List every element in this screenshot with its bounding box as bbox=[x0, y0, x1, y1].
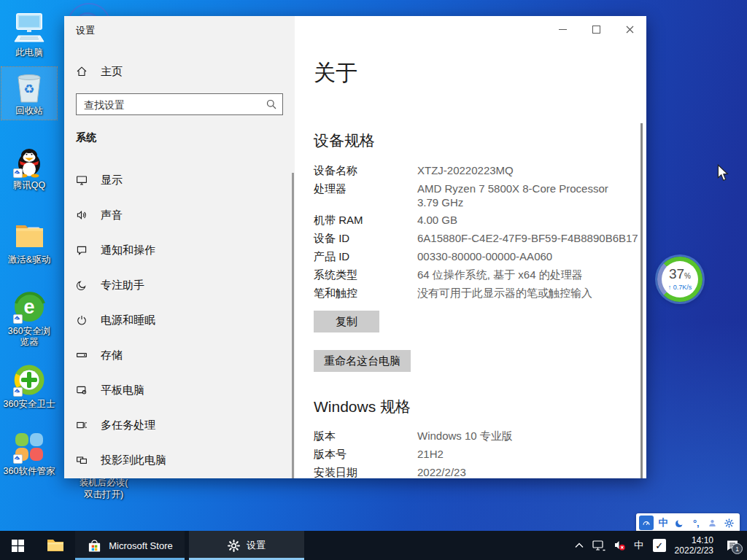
close-button[interactable] bbox=[613, 16, 646, 42]
360-software-manager-icon bbox=[12, 430, 47, 464]
taskbar-button-microsoft-store[interactable]: Microsoft Store bbox=[75, 531, 185, 560]
notification-count-badge: 1 bbox=[732, 543, 743, 554]
shortcut-arrow-icon bbox=[13, 314, 23, 324]
desktop-icon-label: 激活&驱动 bbox=[0, 254, 58, 265]
search-input[interactable] bbox=[82, 95, 260, 115]
window-titlebar bbox=[295, 16, 646, 42]
desktop-icon-label: 回收站 bbox=[1, 106, 57, 117]
sidebar-home-label: 主页 bbox=[101, 65, 123, 79]
spec-value: 没有可用于此显示器的笔或触控输入 bbox=[417, 286, 643, 300]
desktop-icon-label: 360安全浏览器 bbox=[4, 326, 55, 348]
tray-time: 14:10 bbox=[675, 535, 713, 545]
tray-clock-button[interactable]: 14:10 2022/2/23 bbox=[670, 531, 718, 560]
tray-chevron-button[interactable] bbox=[570, 531, 589, 560]
sidebar-item-notifications[interactable]: 通知和操作 bbox=[64, 234, 292, 266]
device-spec-section-title: 设备规格 bbox=[314, 131, 375, 151]
shortcut-arrow-icon bbox=[13, 387, 23, 397]
mouse-cursor bbox=[717, 164, 729, 184]
shortcut-arrow-icon bbox=[13, 454, 23, 464]
sidebar-item-label: 声音 bbox=[101, 209, 123, 222]
power-icon bbox=[76, 314, 88, 326]
settings-search-box[interactable] bbox=[76, 93, 283, 115]
ime-gauge-icon bbox=[641, 518, 651, 528]
desktop-icon-360-browser[interactable]: e 360安全浏览器 bbox=[0, 290, 58, 348]
search-icon[interactable] bbox=[266, 98, 277, 113]
qq-icon bbox=[12, 144, 47, 178]
desktop-icon-label: 360安全卫士 bbox=[0, 399, 58, 410]
spec-value: 21H2 bbox=[417, 447, 643, 461]
desktop-icon-this-pc[interactable]: 此电脑 bbox=[0, 12, 58, 58]
sidebar-item-power-sleep[interactable]: 电源和睡眠 bbox=[64, 304, 292, 336]
sidebar-item-sound[interactable]: 声音 bbox=[64, 199, 292, 231]
notifications-icon bbox=[76, 244, 88, 256]
main-scrollbar[interactable] bbox=[640, 123, 643, 478]
person-icon bbox=[708, 518, 717, 528]
sidebar-item-multitasking[interactable]: 多任务处理 bbox=[64, 409, 292, 441]
desktop-icon-label: 360软件管家 bbox=[0, 466, 58, 477]
tray-360-button[interactable]: ✓ bbox=[649, 531, 670, 560]
spec-value: Windows 10 专业版 bbox=[417, 429, 643, 443]
minimize-button[interactable] bbox=[546, 16, 579, 42]
copy-button[interactable]: 复制 bbox=[314, 311, 379, 332]
check-square-icon: ✓ bbox=[653, 539, 666, 552]
action-center-button[interactable]: 1 bbox=[718, 531, 747, 560]
desktop-icon-activation-driver-folder[interactable]: 激活&驱动 bbox=[0, 219, 58, 265]
spec-value: XTZJ-20220223MQ bbox=[417, 163, 643, 177]
tray-network-button[interactable] bbox=[589, 531, 609, 560]
desktop-icon-tencent-qq[interactable]: 腾讯QQ bbox=[0, 144, 58, 191]
ime-moon-button[interactable] bbox=[673, 516, 687, 530]
spec-value: 00330-80000-00000-AA060 bbox=[417, 249, 643, 263]
svg-text:e: e bbox=[23, 296, 34, 318]
360-speed-ball[interactable]: 37% ↑ 0.7K/s bbox=[657, 257, 703, 302]
spec-value: 4.00 GB bbox=[417, 213, 643, 227]
desktop-icon-readme[interactable]: 装机后必读( 双击打开) bbox=[61, 477, 146, 500]
sidebar-section-system: 系统 bbox=[76, 131, 96, 144]
network-speed: ↑ 0.7K/s bbox=[668, 284, 692, 291]
sidebar-item-display[interactable]: 显示 bbox=[64, 164, 292, 196]
ime-settings-button[interactable] bbox=[722, 516, 737, 530]
tray-date: 2022/2/23 bbox=[675, 545, 713, 556]
rename-pc-button[interactable]: 重命名这台电脑 bbox=[314, 350, 411, 372]
spec-label: 机带 RAM bbox=[314, 213, 363, 227]
spec-label: 处理器 bbox=[314, 182, 347, 195]
tray-volume-button[interactable] bbox=[609, 531, 630, 560]
maximize-button[interactable] bbox=[579, 16, 613, 42]
desktop-icon-recycle-bin[interactable]: ♻ 回收站 bbox=[1, 67, 57, 120]
desktop-icon-360-software-manager[interactable]: 360软件管家 bbox=[0, 430, 58, 477]
360-browser-icon: e bbox=[12, 290, 47, 324]
sidebar-item-label: 投影到此电脑 bbox=[101, 454, 166, 467]
sidebar-item-storage[interactable]: 存储 bbox=[64, 339, 292, 371]
sidebar-item-focus-assist[interactable]: 专注助手 bbox=[64, 269, 292, 301]
window-title: 设置 bbox=[76, 24, 95, 37]
taskbar: Microsoft Store 设置 中 bbox=[0, 531, 747, 560]
desktop-icon-360-safeguard[interactable]: 360安全卫士 bbox=[0, 363, 58, 410]
ime-person-button[interactable] bbox=[705, 516, 720, 530]
display-icon bbox=[76, 174, 88, 186]
file-explorer-button[interactable] bbox=[39, 531, 71, 560]
ime-logo-button[interactable] bbox=[639, 516, 654, 530]
sidebar-item-label: 多任务处理 bbox=[101, 419, 155, 432]
start-button[interactable] bbox=[0, 531, 35, 560]
sidebar-item-projecting[interactable]: 投影到此电脑 bbox=[64, 444, 292, 476]
readme-label-line2: 双击打开) bbox=[61, 489, 146, 500]
sidebar-item-home[interactable]: 主页 bbox=[76, 61, 123, 82]
taskbar-button-settings[interactable]: 设置 bbox=[189, 531, 304, 560]
microsoft-store-icon bbox=[87, 538, 102, 553]
sidebar-scrollbar[interactable] bbox=[292, 173, 294, 478]
sidebar-item-label: 存储 bbox=[101, 349, 123, 362]
folder-icon bbox=[12, 219, 47, 252]
projecting-icon bbox=[76, 454, 88, 466]
sidebar-item-tablet[interactable]: 平板电脑 bbox=[64, 374, 292, 406]
storage-icon bbox=[76, 349, 88, 361]
windows-logo-icon bbox=[12, 540, 24, 552]
this-pc-icon bbox=[12, 12, 47, 45]
volume-muted-icon bbox=[613, 540, 626, 551]
ime-chinese-mode-button[interactable]: 中 bbox=[656, 516, 670, 530]
ime-punctuation-button[interactable]: °, bbox=[689, 516, 703, 530]
taskbar-button-label: 设置 bbox=[247, 539, 266, 552]
desktop: 此电脑 ♻ 回收站 bbox=[0, 0, 747, 560]
speed-ball-face: 37% ↑ 0.7K/s bbox=[662, 261, 698, 298]
tray-input-indicator[interactable]: 中 bbox=[630, 531, 649, 560]
sound-icon bbox=[76, 209, 88, 221]
sidebar-item-label: 平板电脑 bbox=[101, 384, 144, 397]
